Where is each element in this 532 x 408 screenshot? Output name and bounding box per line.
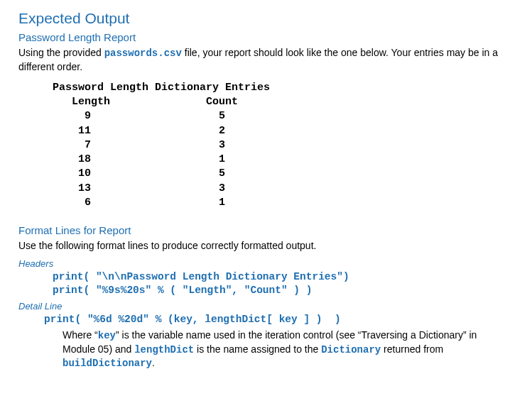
passwords-csv-code: passwords.csv xyxy=(104,48,182,59)
headers-label: Headers xyxy=(18,258,514,269)
header-print-line-1: print( "\n\nPassword Length Dictionary E… xyxy=(53,270,514,285)
password-length-report-heading: Password Length Report xyxy=(18,31,514,43)
explain-mid3: returned from xyxy=(381,343,443,355)
detail-print-line: print( "%6d %20d" % (key, lengthDict[ ke… xyxy=(44,313,514,327)
key-term-key: key xyxy=(98,330,116,341)
explain-mid2: is the name assigned to the xyxy=(194,343,321,355)
report-output-block: Password Length Dictionary Entries Lengt… xyxy=(53,81,514,210)
key-term-builddictionary: buildDictionary xyxy=(63,358,152,369)
header-print-line-2: print( "%9s%20s" % ( "Length", "Count" )… xyxy=(53,284,514,298)
detail-line-label: Detail Line xyxy=(18,301,514,311)
intro-paragraph: Using the provided passwords.csv file, y… xyxy=(18,46,514,74)
detail-explanation: Where “key” is the variable name used in… xyxy=(63,329,492,371)
intro-text-pre: Using the provided xyxy=(18,47,104,58)
explain-pre: Where “ xyxy=(63,329,98,341)
format-lines-intro: Use the following format lines to produc… xyxy=(18,239,514,253)
key-term-lengthdict: lengthDict xyxy=(134,344,194,355)
key-term-dictionary: Dictionary xyxy=(321,344,381,355)
expected-output-heading: Expected Output xyxy=(18,10,514,27)
format-lines-heading: Format Lines for Report xyxy=(18,224,514,236)
explain-end: . xyxy=(152,357,155,368)
